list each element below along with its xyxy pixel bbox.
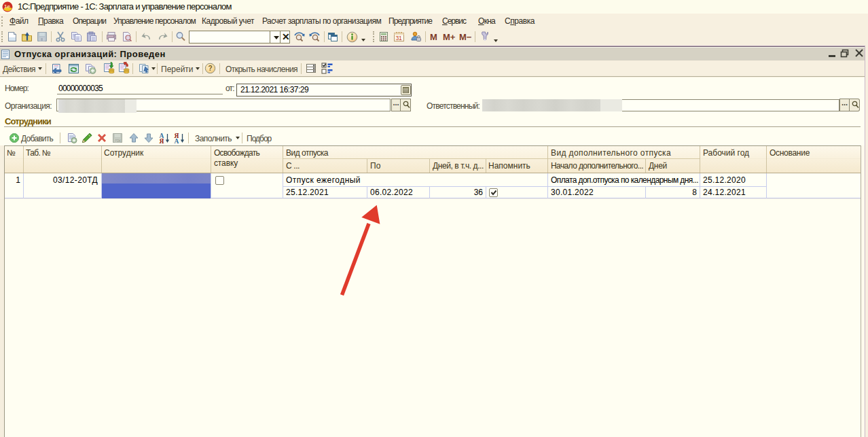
svg-text:31: 31 (395, 35, 402, 41)
svg-text:Я: Я (160, 138, 164, 144)
svg-text:ГОК: ГОК (115, 139, 122, 143)
svg-text:1e: 1e (4, 3, 10, 10)
svg-text:А: А (175, 138, 179, 144)
svg-text:?: ? (209, 65, 213, 72)
